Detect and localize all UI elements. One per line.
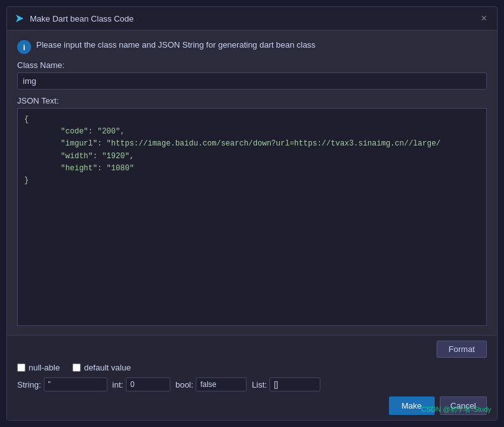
string-field-group: String: — [17, 377, 107, 391]
watermark: CSDN @初学者-Study — [421, 405, 491, 414]
overlay: Make Dart bean Class Code × i Please inp… — [0, 0, 504, 427]
nullable-checkbox-label[interactable]: null-able — [17, 363, 60, 372]
bool-input[interactable] — [196, 377, 247, 391]
info-icon: i — [17, 40, 31, 54]
class-name-section: Class Name: — [17, 60, 487, 90]
int-input[interactable] — [126, 377, 170, 391]
default-value-label: default value — [84, 363, 131, 372]
format-button[interactable]: Format — [437, 341, 487, 358]
class-name-label: Class Name: — [17, 60, 487, 70]
nullable-label: null-able — [29, 363, 60, 372]
close-button[interactable]: × — [479, 12, 489, 25]
int-label: int: — [112, 380, 123, 390]
title-bar-left: Make Dart bean Class Code — [15, 13, 133, 24]
bool-label: bool: — [175, 380, 193, 390]
json-textarea[interactable]: { "code": "200", "imgurl": "https://imag… — [17, 108, 487, 326]
string-label: String: — [17, 380, 41, 390]
class-name-input[interactable] — [17, 72, 487, 90]
default-value-checkbox-label[interactable]: default value — [72, 363, 131, 372]
json-section: JSON Text: { "code": "200", "imgurl": "h… — [17, 96, 487, 326]
list-label: List: — [252, 380, 267, 390]
title-bar: Make Dart bean Class Code × — [7, 7, 497, 30]
footer-actions: Make Cancel — [17, 396, 487, 415]
string-input[interactable] — [44, 377, 107, 391]
default-value-checkbox[interactable] — [72, 363, 81, 372]
footer-defaults: String: int: bool: List: — [17, 377, 487, 391]
int-field-group: int: — [112, 377, 170, 391]
dialog-body: i Please input the class name and JSON S… — [7, 30, 497, 335]
list-field-group: List: — [252, 377, 320, 391]
dart-icon — [15, 13, 25, 24]
json-label: JSON Text: — [17, 96, 487, 105]
dialog-title: Make Dart bean Class Code — [30, 14, 133, 24]
nullable-checkbox[interactable] — [17, 363, 25, 372]
info-row: i Please input the class name and JSON S… — [17, 39, 487, 54]
footer-options: null-able default value — [17, 363, 487, 372]
list-input[interactable] — [269, 377, 320, 391]
bool-field-group: bool: — [175, 377, 247, 391]
info-text: Please input the class name and JSON Str… — [36, 39, 315, 51]
main-dialog: Make Dart bean Class Code × i Please inp… — [6, 6, 498, 421]
svg-marker-0 — [16, 15, 24, 22]
footer-format-row: Format — [17, 341, 487, 358]
